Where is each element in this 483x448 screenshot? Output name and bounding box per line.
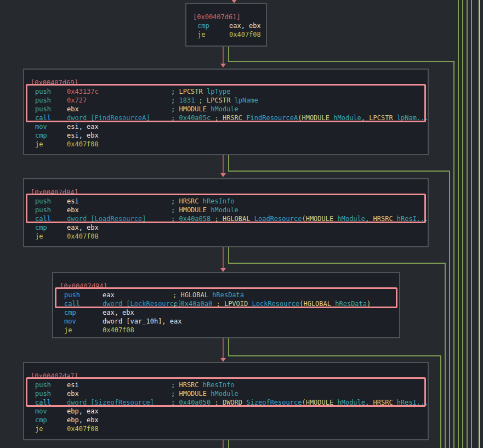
edge-true-0x407d94-run xyxy=(228,355,441,356)
comment: ; HRSRC hResInfo xyxy=(171,381,235,389)
graph-canvas[interactable]: [0x00407d61] cmpeax, ebxje0x407f08 [0x00… xyxy=(0,0,483,448)
instruction-line[interactable]: pushebx; HMODULE hModule xyxy=(24,206,428,214)
operands: 0x407f08 xyxy=(103,326,134,334)
comment: ; 0x40a05c ; HRSRC FindResourceA(HMODULE… xyxy=(171,114,429,122)
instruction-line[interactable]: calldword [FindResourceA]; 0x40a05c ; HR… xyxy=(24,114,428,122)
operands: ebx xyxy=(67,390,79,398)
instruction-line[interactable]: calldword [LoadResource]; 0x40a058 ; HGL… xyxy=(24,214,428,223)
edge-true-0x407d84-down xyxy=(445,263,446,448)
mnemonic: je xyxy=(64,326,103,334)
instruction-line[interactable]: pushesi; HRSRC hResInfo xyxy=(24,381,428,389)
mnemonic: push xyxy=(35,206,67,214)
basic-block-0x00407d84[interactable]: [0x00407d84] pushesi; HRSRC hResInfopush… xyxy=(23,178,429,247)
operands: ebx xyxy=(67,206,79,214)
operands: eax, ebx xyxy=(103,309,134,316)
instruction-line[interactable]: cmpesi, ebx xyxy=(24,131,428,140)
mnemonic: call xyxy=(35,114,67,122)
instruction-line[interactable]: movebp, eax xyxy=(24,407,428,416)
operands: eax, ebx xyxy=(67,224,99,231)
edge-passthrough-4 xyxy=(471,0,472,448)
block-address-label: [0x00407d69] xyxy=(24,78,428,87)
block-instructions: pushesi; HRSRC hResInfopushebx; HMODULE … xyxy=(24,381,428,433)
mnemonic: push xyxy=(35,389,67,398)
operands: 0x727 xyxy=(67,97,87,104)
operands: esi, eax xyxy=(67,123,99,131)
basic-block-0x00407da7[interactable]: [0x00407da7] pushesi; HRSRC hResInfopush… xyxy=(23,362,429,440)
edge-passthrough-3 xyxy=(467,0,468,448)
mnemonic: cmp xyxy=(35,223,67,232)
instruction-line[interactable]: pushebx; HMODULE hModule xyxy=(24,389,428,398)
operands: 0x407f08 xyxy=(67,232,99,240)
mnemonic: call xyxy=(64,299,103,308)
edge-false-arrow-4 xyxy=(220,358,226,362)
instruction-line[interactable]: calldword [LockResource]; 0x40a0a0 ; LPV… xyxy=(53,299,399,308)
mnemonic: cmp xyxy=(197,21,229,30)
mnemonic: call xyxy=(35,398,67,407)
mnemonic: push xyxy=(64,291,103,299)
comment: ; 0x40a058 ; HGLOBAL LoadResource(HMODUL… xyxy=(171,214,429,223)
operands: 0x43137c xyxy=(67,88,99,95)
edge-true-0x407d69-run xyxy=(228,171,450,172)
instruction-line[interactable]: push0x727; 1831 ; LPCSTR lpName xyxy=(24,96,428,105)
edge-passthrough-bright xyxy=(479,0,480,448)
operands: dword [SizeofResource] xyxy=(67,399,154,406)
mnemonic: push xyxy=(35,197,67,206)
instruction-line[interactable]: movesi, eax xyxy=(24,122,428,131)
mnemonic: je xyxy=(197,30,229,39)
operands: esi xyxy=(67,381,79,389)
operands: eax xyxy=(103,291,115,299)
mnemonic: je xyxy=(35,232,67,241)
comment: ; 0x40a0a0 ; LPVOID LockResource(HGLOBAL… xyxy=(173,299,371,308)
operands: esi xyxy=(67,197,79,205)
operands: 0x407f08 xyxy=(67,140,99,148)
edge-true-0x407d69-down xyxy=(449,171,450,448)
edge-true-0x407d84-run xyxy=(228,263,446,264)
instruction-line[interactable]: cmpeax, ebx xyxy=(53,308,399,317)
operands: 0x407f08 xyxy=(229,31,261,38)
instruction-line[interactable]: je0x407f08 xyxy=(24,140,428,149)
mnemonic: mov xyxy=(64,317,103,326)
edge-passthrough-1 xyxy=(458,0,459,448)
edge-false-arrow-2 xyxy=(220,173,226,177)
edge-true-0x407d69-drop xyxy=(228,155,229,172)
mnemonic: mov xyxy=(35,122,67,131)
instruction-line[interactable]: je0x407f08 xyxy=(53,326,399,334)
basic-block-0x00407d61[interactable]: [0x00407d61] cmpeax, ebxje0x407f08 xyxy=(185,3,267,47)
block-address-label: [0x00407d94] xyxy=(53,282,399,291)
mnemonic: call xyxy=(35,214,67,223)
edge-false-0x407d84-0x407d94 xyxy=(223,247,224,269)
edge-true-0x407da7-drop xyxy=(228,440,229,448)
mnemonic: push xyxy=(35,381,67,389)
block-instructions: pushesi; HRSRC hResInfopushebx; HMODULE … xyxy=(24,197,428,241)
edge-false-0x407d94-0x407da7 xyxy=(223,338,224,359)
basic-block-0x00407d94[interactable]: [0x00407d94] pusheax; HGLOBAL hResDataca… xyxy=(52,272,400,338)
mnemonic: cmp xyxy=(35,416,67,424)
instruction-line[interactable]: cmpebp, ebx xyxy=(24,416,428,424)
operands: ebp, ebx xyxy=(67,416,99,424)
basic-block-0x00407d69[interactable]: [0x00407d69] push0x43137c; LPCSTR lpType… xyxy=(23,69,429,155)
instruction-line[interactable]: je0x407f08 xyxy=(186,30,266,39)
instruction-line[interactable]: pushesi; HRSRC hResInfo xyxy=(24,197,428,206)
mnemonic: push xyxy=(35,87,67,96)
instruction-line[interactable]: movdword [var_10h], eax xyxy=(53,317,399,326)
block-address-label: [0x00407da7] xyxy=(24,372,428,381)
edge-false-0x407d61-0x407d69 xyxy=(223,47,224,64)
instruction-line[interactable]: cmpeax, ebx xyxy=(186,21,266,30)
instruction-line[interactable]: je0x407f08 xyxy=(24,232,428,241)
comment: ; HRSRC hResInfo xyxy=(171,197,235,206)
comment: ; HMODULE hModule xyxy=(171,389,238,398)
edge-false-arrow-3 xyxy=(220,268,226,272)
operands: eax, ebx xyxy=(229,22,261,30)
instruction-line[interactable]: je0x407f08 xyxy=(24,424,428,433)
block-address-label: [0x00407d61] xyxy=(186,13,266,21)
edge-true-0x407d84-drop xyxy=(228,247,229,264)
operands: ebx xyxy=(67,105,79,113)
instruction-line[interactable]: pusheax; HGLOBAL hResData xyxy=(53,291,399,299)
edge-passthrough-2 xyxy=(462,0,463,448)
instruction-line[interactable]: cmpeax, ebx xyxy=(24,223,428,232)
instruction-line[interactable]: push0x43137c; LPCSTR lpType xyxy=(24,87,428,96)
instruction-line[interactable]: pushebx; HMODULE hModule xyxy=(24,105,428,114)
mnemonic: push xyxy=(35,96,67,105)
mnemonic: je xyxy=(35,140,67,149)
instruction-line[interactable]: calldword [SizeofResource]; 0x40a050 ; D… xyxy=(24,398,428,407)
